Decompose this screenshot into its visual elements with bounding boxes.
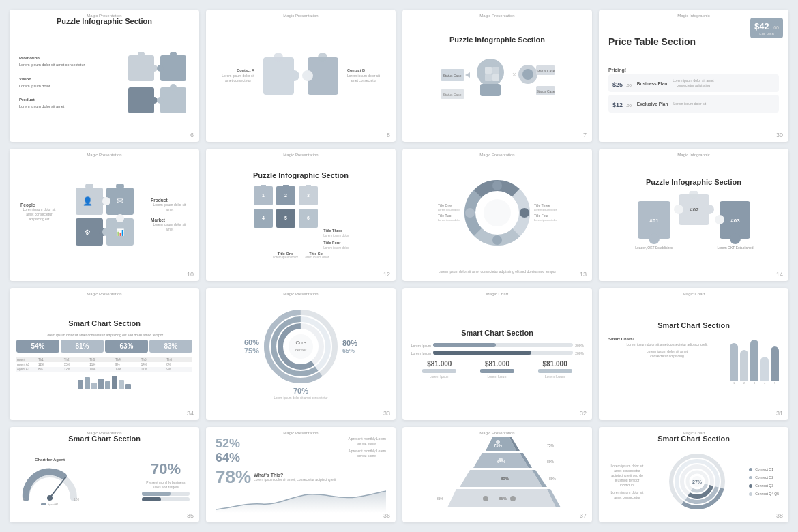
slide-33-content: 60% 75% Core center: [213, 295, 389, 413]
svg-point-14: [274, 53, 283, 62]
legend-item-q4: Connect Q4 Q5: [749, 491, 779, 497]
slide-6-content: Promotion Lorem ipsum dolor sit amet con…: [16, 30, 192, 135]
svg-text:×: ×: [512, 71, 516, 78]
stat-box-0: 54%: [16, 340, 59, 353]
slide-32-tag: Magic Chart: [486, 292, 508, 296]
s38-donut-svg: 27%: [668, 453, 726, 511]
product-label: Product: [151, 198, 188, 203]
tr2-1: 8%: [38, 368, 63, 371]
val-2: $81.000: [480, 360, 514, 368]
s13-label1: Title OneLorem ipsum dolor: [438, 203, 460, 211]
th-4: Th4: [115, 358, 141, 361]
s32-content: Lorem Ipsum 200% Lorem Ipsum 200% $81.00…: [409, 342, 585, 380]
price2-sub: .00: [625, 83, 631, 87]
svg-text:✉: ✉: [117, 196, 123, 206]
svg-text:Lorem OKT Established: Lorem OKT Established: [717, 246, 753, 250]
slide-14-content: #01 #02 #03 Leader, OKT Established Lore…: [606, 191, 782, 252]
svg-point-2: [151, 65, 158, 72]
svg-text:1: 1: [262, 193, 265, 198]
bar-3: [91, 383, 97, 389]
rbar-3: [750, 340, 758, 381]
legend-text-q4: Connect Q4 Q5: [755, 491, 779, 497]
svg-text:Core: Core: [295, 340, 306, 345]
val-1: $81.000: [422, 360, 456, 368]
vision-label: Vision: [19, 76, 85, 83]
title-six-desc: Lorem ipsum dolor: [304, 256, 329, 259]
price1-amount: $42: [754, 21, 769, 31]
prog-end-1: 200%: [575, 344, 584, 348]
svg-point-42: [102, 197, 110, 205]
s31-sub-desc: Lorem ipsum dolor sit ametconsectetur ad…: [608, 349, 726, 359]
tr2-4: 13%: [115, 368, 141, 371]
slide-8: Magic Presentation Contact A Lorem ipsum…: [206, 10, 396, 142]
svg-point-11: [157, 97, 164, 104]
slide-31-title: Smart Chart Section: [657, 321, 730, 330]
svg-text:📊: 📊: [116, 228, 125, 237]
tr2-5: 11%: [141, 368, 166, 371]
price-card-3: $12 .00 Exclusive Plan Lorem ipsum dolor…: [608, 95, 779, 113]
bar-1: [78, 380, 83, 389]
svg-rect-0: [128, 55, 154, 81]
legend-dot-q4: [749, 492, 752, 496]
slide-38-content: Lorem ipsum dolor sit amet consectetur a…: [606, 447, 782, 516]
svg-text:👤: 👤: [82, 196, 92, 206]
legend-text-q2: Connect Q2: [755, 475, 773, 481]
s31-text: Smart Chart? Lorem ipsum dolor sit amet …: [608, 337, 726, 385]
svg-point-10: [170, 84, 177, 91]
slide-12: Magic Presentation Puzzle Infographic Se…: [206, 149, 396, 281]
svg-rect-22: [480, 84, 501, 96]
svg-text:Status Case: Status Case: [443, 74, 461, 78]
s13-bottom-text: Lorem ipsum dolor sit amet consectetur a…: [436, 269, 559, 274]
prog-bar-1: [433, 343, 573, 347]
pyramid-svg: 75% 64% 80% 85% 75% 80% 80% 85%: [434, 434, 561, 516]
s13-label4: Title FourLorem ipsum dolor: [534, 213, 557, 222]
title-six-section: Title Six Lorem ipsum dolor: [304, 252, 329, 259]
slide-7-title: Puzzle Infographic Section: [449, 35, 545, 44]
s36-desc2: A present monthly Loremservat some.: [348, 449, 386, 458]
svg-text:center: center: [295, 348, 307, 352]
s34-desc: Lorem ipsum dolor sit amet consectetur a…: [46, 333, 164, 337]
price-card-2: $25 .00 Business Plan Lorem ipsum dolor …: [608, 74, 779, 92]
rbar-label-4: 4: [764, 381, 765, 385]
svg-rect-9: [160, 87, 186, 113]
tr1-3: 11%: [89, 363, 115, 366]
slide-34-tag: Magic Presentation: [87, 292, 121, 296]
tr2-2: 12%: [64, 368, 89, 371]
slide-6-labels: Promotion Lorem ipsum dolor sit amet con…: [19, 55, 85, 110]
svg-rect-26: [492, 74, 499, 81]
stat-val-3: 83%: [151, 342, 191, 350]
slide-34-number: 34: [187, 410, 194, 417]
s31-bars: 1 2 3 4 5: [730, 337, 779, 385]
slide-30: Magic Infographic Price Table Section $4…: [599, 10, 788, 142]
product-desc: Lorem ipsum dolor sit amet: [151, 203, 188, 212]
price3-sub: .00: [625, 104, 631, 108]
s13-label2: Title TwoLorem ipsum dolor: [438, 213, 460, 222]
legend-color-1: [41, 503, 46, 505]
slide-32-title: Smart Chart Section: [461, 328, 533, 338]
rbar-5: [771, 346, 779, 381]
tr1-6: 8%: [166, 363, 192, 366]
stat-val-2: 63%: [106, 342, 147, 350]
promotion-desc: Lorem ipsum dolor sit amet consectetur: [19, 62, 85, 69]
rbar-label-2: 2: [743, 381, 745, 385]
s33-desc: Lorem ipsum dolor sit amet consectetur: [274, 396, 328, 400]
val-block-2: $81.000 Lorem Ipsum: [480, 360, 514, 379]
donut-row: 60% 75% Core center: [213, 309, 389, 384]
legend-text-1: Agent A1: [47, 503, 58, 506]
puzzle-svg-12: 1 2 3 4 5 6: [252, 185, 321, 250]
val-block-3: $81.000 Lorem Ipsum: [538, 360, 572, 379]
svg-text:6: 6: [307, 216, 310, 220]
svg-text:#03: #03: [730, 218, 740, 224]
slide-13-number: 13: [580, 271, 587, 278]
slide-6: Magic Presentation Puzzle Infographic Se…: [10, 10, 199, 142]
th-3: Th3: [89, 358, 115, 361]
slide-30-content: Price Table Section $42 .00 Full Plan Pr…: [606, 33, 782, 119]
puzzle-svg-10: 👤 ✉ ⚙ 📊: [72, 184, 137, 246]
market-label: Market: [151, 218, 188, 222]
svg-marker-20: [465, 72, 470, 78]
pricing-section: Pricing! $25 .00 Business Plan Lorem ips…: [608, 68, 779, 113]
price2-info: $25 .00: [612, 77, 632, 89]
slide-13-content: Title OneLorem ipsum dolor Title TwoLore…: [409, 156, 585, 269]
stat-boxes: 54% 81% 63% 83%: [16, 340, 192, 353]
plan3-desc: Lorem ipsum dolor sit: [673, 102, 706, 106]
